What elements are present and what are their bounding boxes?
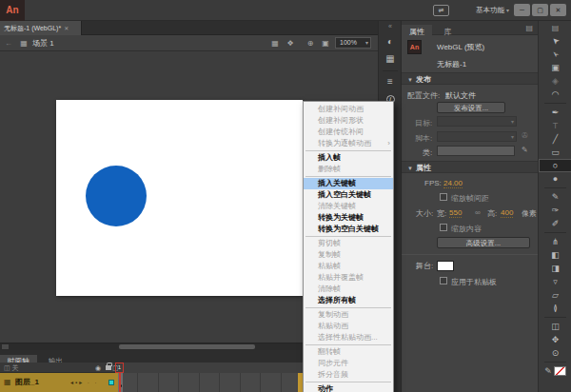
lock-layers-icon[interactable] xyxy=(106,365,111,370)
bone-tool[interactable]: ⋔ xyxy=(539,235,571,248)
edit-scene-icon[interactable]: ▦ xyxy=(269,35,281,51)
swatches-panel-icon[interactable]: ▦ xyxy=(379,51,402,67)
oval-tool[interactable]: ○ xyxy=(539,159,571,172)
panel-menu-icon[interactable]: ▤ xyxy=(539,24,571,33)
paint-bucket-tool[interactable]: ◧ xyxy=(539,248,571,262)
convert-to-blank-keyframes[interactable]: 转换为空白关键帧 xyxy=(304,224,393,235)
menu-separator[interactable] xyxy=(305,382,391,382)
camera-toggle[interactable]: ◫ 关 xyxy=(4,363,19,373)
pen-tool[interactable]: ✒ xyxy=(539,106,571,119)
back-icon[interactable]: ← xyxy=(4,35,13,51)
scale-spans-checkbox[interactable] xyxy=(440,193,447,201)
eyedropper-tool[interactable]: ▿ xyxy=(539,275,571,288)
tab-close-icon[interactable]: ✕ xyxy=(64,26,69,31)
blue-circle-shape[interactable] xyxy=(86,166,147,226)
clear-keyframe[interactable]: 清除关键帧 xyxy=(304,201,393,212)
playhead[interactable]: 1 xyxy=(115,363,124,373)
brush-tool[interactable]: ✑ xyxy=(539,204,571,217)
tab-library[interactable]: 库 xyxy=(436,25,459,39)
cut-frames[interactable]: 剪切帧 xyxy=(304,238,393,249)
select-all-frames[interactable]: 选择所有帧 xyxy=(304,295,393,306)
menu-separator[interactable] xyxy=(305,176,391,177)
menu-separator[interactable] xyxy=(305,307,391,308)
clip-content-icon[interactable]: ▣ xyxy=(320,35,331,51)
align-panel-icon[interactable]: ≡ xyxy=(379,74,402,89)
link-dimensions-icon[interactable]: ∞ xyxy=(475,208,481,217)
layer-row[interactable]: ▦ 图层_1 ◂▪▸ · · xyxy=(0,373,118,392)
menu-separator[interactable] xyxy=(305,344,391,345)
hand-tool[interactable]: ✥ xyxy=(539,333,571,346)
document-tab[interactable]: 无标题-1 (WebGL)*✕ xyxy=(0,21,82,35)
insert-frame[interactable]: 插入帧 xyxy=(304,152,393,164)
height-value[interactable]: 400 xyxy=(501,208,513,218)
insert-keyframe[interactable]: 插入关键帧 xyxy=(304,178,393,189)
scroll-left-button[interactable] xyxy=(2,344,9,349)
free-transform-tool[interactable]: ▣ xyxy=(539,61,571,74)
layer-status-controls[interactable]: ◂▪▸ · · xyxy=(70,373,98,392)
split-audio[interactable]: 拆分音频 xyxy=(304,369,393,381)
panel-menu-icon[interactable]: ▤ xyxy=(525,24,533,32)
reverse-frames[interactable]: 翻转帧 xyxy=(304,346,393,358)
copy-frames[interactable]: 复制帧 xyxy=(304,249,393,261)
rectangle-tool[interactable]: ▭ xyxy=(539,146,571,159)
show-hide-layers-icon[interactable]: ◉ xyxy=(95,363,101,373)
apply-pasteboard-checkbox[interactable] xyxy=(440,277,447,284)
layer-outline-color-swatch[interactable] xyxy=(108,380,114,385)
class-edit-icon[interactable]: ✎ xyxy=(522,146,528,154)
close-button[interactable]: ✕ xyxy=(550,4,566,16)
selection-tool[interactable]: ➤ xyxy=(539,34,571,48)
line-tool[interactable]: ╱ xyxy=(539,132,571,146)
actions[interactable]: 动作 xyxy=(304,383,393,392)
camera-tool[interactable]: ◫ xyxy=(539,320,571,333)
properties-section-header[interactable]: ▼属性 xyxy=(402,161,539,173)
subselection-tool[interactable]: ➣ xyxy=(539,48,571,61)
convert-to-frame-by-frame-animation[interactable]: 转换为逐帧动画 › xyxy=(304,138,393,149)
menu-separator[interactable] xyxy=(305,150,391,151)
oval-primitive-tool[interactable]: ● xyxy=(539,172,571,186)
edit-symbols-icon[interactable]: ❖ xyxy=(285,35,296,51)
paste-and-overwrite-frames[interactable]: 粘贴并覆盖帧 xyxy=(304,272,393,284)
lasso-tool[interactable]: ◠ xyxy=(539,88,571,101)
publish-settings-button[interactable]: 发布设置... xyxy=(437,102,505,113)
insert-blank-keyframe[interactable]: 插入空白关键帧 xyxy=(304,189,393,201)
convert-to-keyframes[interactable]: 转换为关键帧 xyxy=(304,212,393,224)
width-tool[interactable]: ≬ xyxy=(539,302,571,315)
text-tool[interactable]: T xyxy=(539,119,571,132)
publish-section-header[interactable]: ▼发布 xyxy=(402,72,539,85)
synchronize-symbols[interactable]: 同步元件 xyxy=(304,358,393,369)
zoom-level-select[interactable]: 100% ▾ xyxy=(335,37,371,49)
minimize-button[interactable]: ─ xyxy=(514,4,530,16)
horizontal-scrollbar-thumb[interactable] xyxy=(119,344,255,349)
copy-motion[interactable]: 复制动画 xyxy=(304,309,393,321)
paste-motion[interactable]: 粘贴动画 xyxy=(304,321,393,332)
stage-canvas[interactable] xyxy=(56,100,303,296)
create-classic-tween[interactable]: 创建传统补间 xyxy=(304,127,393,138)
workspace-switcher[interactable]: 基本功能 ▾ xyxy=(476,0,509,21)
maximize-button[interactable]: ▢ xyxy=(532,4,548,16)
color-panel-icon[interactable]: ◐ xyxy=(379,34,402,49)
expand-panels-icon[interactable]: « xyxy=(379,21,402,32)
stage-color-swatch[interactable] xyxy=(437,261,454,271)
pencil-tool[interactable]: ✎ xyxy=(539,190,571,204)
class-input[interactable] xyxy=(437,146,515,156)
create-motion-tween[interactable]: 创建补间动画 xyxy=(304,104,393,115)
menu-help[interactable] xyxy=(84,0,89,21)
menu-separator[interactable] xyxy=(305,236,391,237)
remove-frames[interactable]: 删除帧 xyxy=(304,164,393,175)
sync-icon[interactable]: ⇌ xyxy=(433,5,449,16)
3d-rotation-tool[interactable]: ◈ xyxy=(539,74,571,88)
paste-motion-special[interactable]: 选择性粘贴动画... xyxy=(304,332,393,343)
advanced-settings-button[interactable]: 高级设置... xyxy=(437,237,530,248)
ink-bottle-tool[interactable]: ◨ xyxy=(539,262,571,275)
layer-name-label[interactable]: 图层_1 xyxy=(15,373,39,392)
paint-brush-tool[interactable]: ✐ xyxy=(539,217,571,230)
zoom-tool[interactable]: ⊙ xyxy=(539,346,571,360)
fps-value[interactable]: 24.00 xyxy=(443,179,463,188)
clear-frames[interactable]: 清除帧 xyxy=(304,284,393,295)
scale-content-checkbox[interactable] xyxy=(440,224,447,231)
center-frame-icon[interactable]: ⊕ xyxy=(305,35,316,51)
paste-frames[interactable]: 粘贴帧 xyxy=(304,261,393,272)
eraser-tool[interactable]: ▱ xyxy=(539,288,571,302)
width-value[interactable]: 550 xyxy=(449,208,462,218)
create-shape-tween[interactable]: 创建补间形状 xyxy=(304,115,393,127)
